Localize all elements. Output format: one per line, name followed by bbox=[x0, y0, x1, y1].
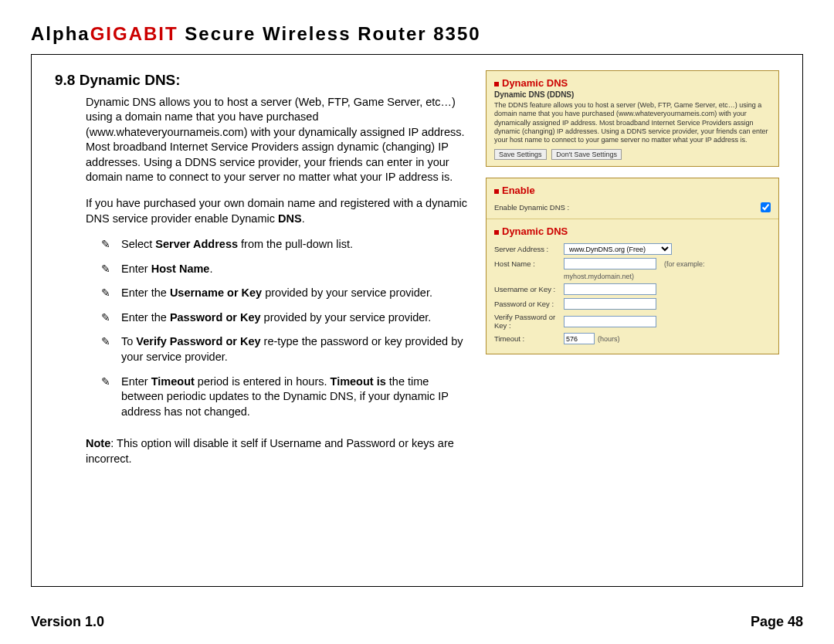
title-part2: GIGABIT bbox=[90, 23, 178, 44]
list-item: Enter the Password or Key provided by yo… bbox=[101, 310, 470, 326]
username-label: Username or Key : bbox=[494, 285, 564, 293]
title-part3: Secure Wireless Router 8350 bbox=[178, 23, 481, 44]
ddns-form-panel: Enable Enable Dynamic DNS : Dynamic DNS … bbox=[486, 178, 779, 354]
password-label: Password or Key : bbox=[494, 300, 564, 308]
username-input[interactable] bbox=[564, 283, 656, 295]
timeout-input[interactable] bbox=[564, 333, 595, 344]
note-line: Note: This option will disable it self i… bbox=[86, 436, 470, 466]
paragraph-intro: Dynamic DNS allows you to host a server … bbox=[86, 95, 470, 185]
server-address-select[interactable]: www.DynDNS.org (Free) bbox=[564, 243, 672, 255]
enable-checkbox[interactable] bbox=[761, 202, 771, 212]
host-name-label: Host Name : bbox=[494, 259, 564, 268]
page-number: Page 48 bbox=[751, 614, 803, 630]
list-item: Select Server Address from the pull-down… bbox=[101, 237, 470, 253]
page-title: AlphaGIGABIT Secure Wireless Router 8350 bbox=[31, 23, 803, 45]
list-item: To Verify Password or Key re-type the pa… bbox=[101, 334, 470, 364]
left-column: 9.8 Dynamic DNS: Dynamic DNS allows you … bbox=[55, 70, 470, 466]
panel-subtitle: Dynamic DNS (DDNS) bbox=[494, 90, 771, 99]
title-part1: Alpha bbox=[31, 23, 90, 44]
host-name-input[interactable] bbox=[564, 258, 656, 269]
panel-title: Dynamic DNS bbox=[494, 77, 771, 89]
server-address-label: Server Address : bbox=[494, 245, 564, 253]
content-frame: 9.8 Dynamic DNS: Dynamic DNS allows you … bbox=[31, 54, 803, 587]
timeout-unit: (hours) bbox=[598, 335, 620, 343]
dyndns-section-title: Dynamic DNS bbox=[494, 225, 771, 237]
right-column: Dynamic DNS Dynamic DNS (DDNS) The DDNS … bbox=[486, 70, 779, 466]
section-heading: 9.8 Dynamic DNS: bbox=[55, 70, 470, 90]
verify-password-input[interactable] bbox=[564, 316, 656, 327]
list-item: Enter the Username or Key provided by yo… bbox=[101, 286, 470, 301]
enable-label: Enable Dynamic DNS : bbox=[494, 203, 569, 212]
dont-save-button[interactable]: Don't Save Settings bbox=[551, 149, 622, 160]
enable-section-title: Enable bbox=[494, 185, 771, 196]
save-button[interactable]: Save Settings bbox=[494, 149, 547, 160]
password-input[interactable] bbox=[564, 298, 656, 310]
host-example-hint: (for example: bbox=[664, 260, 705, 268]
list-item: Enter Timeout period is entered in hours… bbox=[101, 375, 470, 420]
verify-password-label: Verify Password or Key : bbox=[494, 313, 564, 330]
paragraph-enable: If you have purchased your own domain na… bbox=[86, 196, 470, 226]
instruction-list: Select Server Address from the pull-down… bbox=[101, 237, 470, 419]
host-example-hint-2: myhost.mydomain.net) bbox=[564, 273, 771, 280]
ddns-header-panel: Dynamic DNS Dynamic DNS (DDNS) The DDNS … bbox=[486, 70, 779, 167]
panel-description: The DDNS feature allows you to host a se… bbox=[494, 101, 771, 144]
timeout-label: Timeout : bbox=[494, 334, 564, 343]
list-item: Enter Host Name. bbox=[101, 262, 470, 277]
version-label: Version 1.0 bbox=[31, 614, 104, 630]
